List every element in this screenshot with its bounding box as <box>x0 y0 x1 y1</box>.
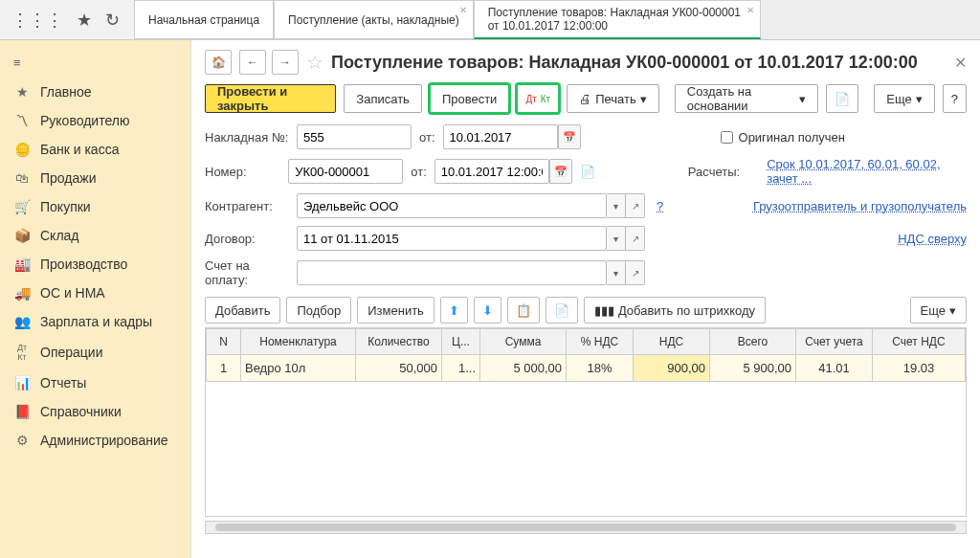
sidebar-item-salary[interactable]: 👥Зарплата и кадры <box>0 307 190 336</box>
tab-home[interactable]: Начальная страница <box>134 0 274 39</box>
close-icon[interactable]: ✕ <box>459 5 467 15</box>
attach-button[interactable]: 📄 <box>826 84 858 113</box>
barcode-icon: ▮▮▮ <box>594 303 614 318</box>
sidebar-item-reports[interactable]: 📊Отчеты <box>0 368 190 397</box>
payment-account-input[interactable] <box>297 260 607 285</box>
col-vatacc[interactable]: Счет НДС <box>873 329 966 355</box>
sidebar-item-catalogs[interactable]: 📕Справочники <box>0 397 190 426</box>
cell-vat[interactable]: 900,00 <box>634 355 710 382</box>
sidebar-label: Справочники <box>40 404 122 419</box>
help-link[interactable]: ? <box>657 199 663 213</box>
shipper-link[interactable]: Грузоотправитель и грузополучатель <box>753 199 967 213</box>
col-vat[interactable]: НДС <box>634 329 710 355</box>
col-sum[interactable]: Сумма <box>480 329 567 355</box>
dropdown-icon[interactable]: ▾ <box>607 226 626 251</box>
sidebar-item-production[interactable]: 🏭Производство <box>0 250 190 279</box>
write-button[interactable]: Записать <box>344 84 422 113</box>
col-qty[interactable]: Количество <box>356 329 442 355</box>
sidebar-label: Склад <box>40 228 79 243</box>
invoice-no-input[interactable] <box>297 124 412 149</box>
open-icon[interactable]: ↗ <box>626 226 645 251</box>
number-date-input[interactable] <box>434 159 549 184</box>
cell-acc[interactable]: 41.01 <box>796 355 873 382</box>
create-based-button[interactable]: Создать на основании▾ <box>675 84 819 113</box>
sidebar-item-warehouse[interactable]: 📦Склад <box>0 221 190 250</box>
tab-current-document[interactable]: Поступление товаров: Накладная УК00-0000… <box>474 0 761 39</box>
post-button[interactable]: Провести <box>430 84 510 113</box>
favorite-icon[interactable]: ☆ <box>306 51 323 74</box>
original-received-checkbox[interactable]: Оригинал получен <box>721 130 845 145</box>
scrollbar-thumb[interactable] <box>215 524 956 531</box>
move-up-button[interactable]: ⬆ <box>440 297 468 324</box>
forward-button[interactable]: → <box>272 50 299 75</box>
table-row[interactable]: 1 Ведро 10л 50,000 1... 5 000,00 18% 900… <box>207 355 966 382</box>
pick-button[interactable]: Подбор <box>286 297 351 324</box>
print-button[interactable]: 🖨Печать▾ <box>567 84 659 113</box>
home-button[interactable]: 🏠 <box>205 50 232 75</box>
invoice-date-input[interactable] <box>443 124 558 149</box>
sidebar-item-purchases[interactable]: 🛒Покупки <box>0 192 190 221</box>
post-and-close-button[interactable]: Провести и закрыть <box>205 84 336 113</box>
counterparty-input[interactable] <box>297 193 607 218</box>
sidebar-item-main[interactable]: ★Главное <box>0 78 190 106</box>
sidebar-item-bank[interactable]: 🪙Банк и касса <box>0 135 190 164</box>
history-icon[interactable]: ↻ <box>105 10 120 31</box>
col-vatpct[interactable]: % НДС <box>567 329 634 355</box>
barcode-button[interactable]: ▮▮▮Добавить по штрихкоду <box>584 297 766 324</box>
open-icon[interactable]: ↗ <box>626 193 645 218</box>
cell-item[interactable]: Ведро 10л <box>241 355 356 382</box>
sidebar-label: Зарплата и кадры <box>40 314 152 329</box>
sidebar-item-assets[interactable]: 🚚ОС и НМА <box>0 279 190 307</box>
open-icon[interactable]: ↗ <box>626 260 645 285</box>
cell-n[interactable]: 1 <box>207 355 241 382</box>
table-empty-area <box>206 382 966 516</box>
cell-qty[interactable]: 50,000 <box>356 355 442 382</box>
help-button[interactable]: ? <box>943 84 967 113</box>
close-icon[interactable]: ✕ <box>746 5 754 15</box>
chevron-down-icon: ▾ <box>916 92 923 106</box>
edit-button[interactable]: Изменить <box>357 297 434 324</box>
star-icon[interactable]: ★ <box>77 10 92 31</box>
invoice-no-label: Накладная №: <box>205 130 289 145</box>
calendar-icon[interactable]: 📅 <box>549 159 572 184</box>
apps-icon[interactable]: ⋮⋮⋮ <box>11 10 63 31</box>
sidebar-item-admin[interactable]: ⚙Администрирование <box>0 426 190 455</box>
horizontal-scrollbar[interactable] <box>205 521 967 534</box>
cell-price[interactable]: 1... <box>442 355 480 382</box>
col-price[interactable]: Ц... <box>442 329 480 355</box>
sidebar-item-operations[interactable]: ДтКтОперации <box>0 336 190 368</box>
col-total[interactable]: Всего <box>710 329 796 355</box>
col-acc[interactable]: Счет учета <box>796 329 873 355</box>
sidebar-item-manager[interactable]: 〽Руководителю <box>0 106 190 135</box>
dropdown-icon[interactable]: ▾ <box>607 193 626 218</box>
bag-icon: 🛍 <box>13 170 31 186</box>
table-more-button[interactable]: Еще▾ <box>910 297 967 324</box>
chart-icon: 〽 <box>13 113 31 128</box>
contract-input[interactable] <box>297 226 607 251</box>
cell-vatacc[interactable]: 19.03 <box>873 355 966 382</box>
col-item[interactable]: Номенклатура <box>241 329 356 355</box>
copy-button[interactable]: 📋 <box>507 297 540 324</box>
sidebar-item-sales[interactable]: 🛍Продажи <box>0 164 190 192</box>
add-row-button[interactable]: Добавить <box>205 297 280 324</box>
more-button[interactable]: Еще▾ <box>874 84 934 113</box>
calc-link[interactable]: Срок 10.01.2017, 60.01, 60.02, зачет ... <box>767 157 967 186</box>
back-button[interactable]: ← <box>239 50 266 75</box>
paste-button[interactable]: 📄 <box>546 297 578 324</box>
cell-total[interactable]: 5 900,00 <box>710 355 796 382</box>
gear-icon: ⚙ <box>13 433 31 448</box>
menu-icon[interactable]: ≡ <box>0 48 190 78</box>
tab-receipts[interactable]: Поступление (акты, накладные) ✕ <box>274 0 474 39</box>
number-input[interactable] <box>288 159 403 184</box>
cell-sum[interactable]: 5 000,00 <box>480 355 567 382</box>
col-n[interactable]: N <box>207 329 241 355</box>
dtkt-button[interactable]: ДтКт <box>517 84 559 113</box>
close-document[interactable]: ✕ <box>954 54 967 72</box>
vat-link[interactable]: НДС сверху <box>898 232 967 246</box>
status-icon: 📄 <box>580 165 595 179</box>
move-down-button[interactable]: ⬇ <box>474 297 501 324</box>
dropdown-icon[interactable]: ▾ <box>607 260 626 285</box>
calendar-icon[interactable]: 📅 <box>558 124 581 149</box>
cell-vatpct[interactable]: 18% <box>567 355 634 382</box>
document-tabs: Начальная страница Поступление (акты, на… <box>134 0 980 39</box>
